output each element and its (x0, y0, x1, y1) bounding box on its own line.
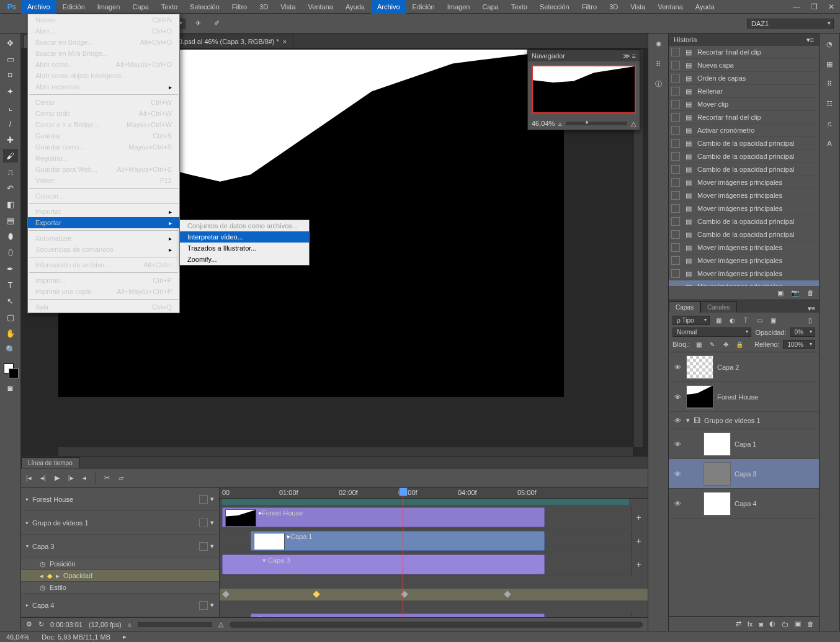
menu-archivo[interactable]: Archivo (371, 0, 406, 14)
history-item[interactable]: ▤Mover imágenes principales (669, 189, 819, 202)
menu-imagen[interactable]: Imagen (91, 0, 127, 14)
stopwatch-icon[interactable]: ◷ (40, 584, 46, 592)
menu-item[interactable]: Imprimir...Ctrl+P (28, 275, 179, 286)
brush-tool-icon[interactable]: 🖌 (3, 149, 18, 163)
history-item[interactable]: ▤Cambio de la opacidad principal (669, 228, 819, 241)
disclosure-icon[interactable]: ▾ (686, 416, 690, 424)
link-layers-icon[interactable]: ⇄ (736, 620, 741, 628)
disclosure-icon[interactable]: ▸ (26, 602, 29, 608)
tl-zoomin-icon[interactable]: △ (218, 620, 223, 628)
navigator-zoom-slider[interactable] (566, 122, 627, 125)
menu-capa[interactable]: Capa (476, 0, 504, 14)
tl-settings-icon[interactable]: ⚙ (26, 620, 32, 628)
clip-capa1[interactable]: ▸ Capa 1 (251, 531, 545, 551)
layer-row[interactable]: 👁Capa 4 (669, 489, 819, 519)
lock-pixels-icon[interactable]: ✎ (707, 339, 717, 349)
keyframe-row-opacidad[interactable] (220, 589, 648, 600)
hand-tool-icon[interactable]: ✋ (3, 326, 18, 340)
panel-menu-icon[interactable]: ▾≡ (804, 305, 819, 313)
menu-item[interactable]: Automatizar (28, 233, 179, 244)
navigator-thumbnail[interactable] (532, 65, 636, 114)
menu-vista[interactable]: Vista (274, 0, 302, 14)
menu-item[interactable]: Buscar en Mini Bridge... (28, 48, 179, 59)
airbrush-icon[interactable]: ✈ (192, 17, 204, 30)
panel-menu-icon[interactable]: ▾≡ (806, 36, 814, 44)
navigator-collapse-icon[interactable]: ≫ ≡ (623, 52, 636, 60)
history-checkbox[interactable] (671, 204, 680, 213)
lock-position-icon[interactable]: ✥ (721, 339, 731, 349)
layer-row[interactable]: 👁Capa 1 (669, 429, 819, 459)
playhead[interactable] (403, 488, 403, 617)
status-arrow-icon[interactable]: ▸ (123, 633, 127, 641)
panel-icon[interactable]: ☷ (823, 97, 836, 110)
clip-capa3[interactable]: ▾ Capa 3 (222, 555, 545, 574)
menu-3d[interactable]: 3D (253, 0, 274, 14)
history-checkbox[interactable] (671, 217, 680, 226)
visibility-icon[interactable]: 👁 (672, 440, 682, 448)
stamp-tool-icon[interactable]: ⎍ (3, 165, 18, 179)
history-item[interactable]: ▤Mover imágenes principales (669, 267, 819, 280)
history-checkbox[interactable] (671, 48, 680, 56)
history-item[interactable]: ▤Mover imágenes principales (669, 254, 819, 267)
add-media-button[interactable]: + (632, 530, 645, 552)
menu-ayuda[interactable]: Ayuda (689, 0, 721, 14)
history-item[interactable]: ▤Orden de capas (669, 72, 819, 85)
eyedropper-tool-icon[interactable]: / (3, 117, 18, 130)
menu-texto[interactable]: Texto (505, 0, 534, 14)
zoom-tool-icon[interactable]: 🔍 (3, 342, 18, 356)
history-item[interactable]: ▤Mover clip (669, 98, 819, 111)
crop-tool-icon[interactable]: ⌞ (3, 100, 18, 114)
clip-forest-house[interactable]: ▸ Forest House (222, 507, 545, 527)
transition-icon[interactable]: ▱ (118, 474, 123, 482)
marquee-tool-icon[interactable]: ▭ (3, 52, 18, 66)
menu-item[interactable]: Abrir recientes (28, 81, 179, 92)
filter-type-icon[interactable]: T (741, 315, 751, 325)
workspace-select[interactable]: DAZ1 (747, 19, 834, 29)
history-checkbox[interactable] (671, 178, 680, 187)
layer-thumbnail[interactable] (704, 462, 731, 486)
menu-item[interactable]: Información de archivo...Alt+Ctrl+I (28, 259, 179, 270)
add-media-button[interactable]: + (632, 612, 645, 617)
menu-ventana[interactable]: Ventana (302, 0, 339, 14)
layer-row[interactable]: 👁Capa 2 (669, 352, 819, 382)
track-menu-icon[interactable]: ▾ (210, 495, 214, 503)
disclosure-icon[interactable]: ▾ (26, 543, 29, 549)
track-opt-icon[interactable] (199, 601, 208, 610)
new-group-icon[interactable]: 🗀 (782, 620, 789, 628)
blend-mode-select[interactable]: Normal (672, 328, 751, 337)
eraser-tool-icon[interactable]: ◧ (3, 197, 18, 211)
quickmask-icon[interactable]: ◙ (3, 381, 18, 395)
menu-filtro[interactable]: Filtro (226, 0, 253, 14)
menu-item[interactable]: Buscar en Bridge...Alt+Ctrl+O (28, 37, 179, 48)
window-close-icon[interactable]: ✕ (823, 0, 840, 14)
tab-layers[interactable]: Capas (669, 301, 700, 313)
history-checkbox[interactable] (671, 100, 680, 109)
layer-opacity-select[interactable]: 0% (790, 328, 815, 337)
close-tab-icon[interactable]: × (283, 38, 287, 45)
history-item[interactable]: ▤Rellenar (669, 85, 819, 98)
layer-row[interactable]: 👁Capa 3 (669, 459, 819, 489)
move-tool-icon[interactable]: ✥ (3, 36, 18, 50)
visibility-icon[interactable]: 👁 (672, 470, 682, 478)
track-opt-icon[interactable] (199, 542, 208, 551)
new-layer-icon[interactable]: ▣ (795, 620, 801, 628)
add-media-button[interactable]: + (632, 553, 645, 576)
goto-pron-icon[interactable]: |◂ (26, 474, 32, 482)
zoom-in-icon[interactable]: △ (631, 120, 636, 128)
visibility-icon[interactable]: 👁 (672, 417, 682, 424)
visibility-icon[interactable]: 👁 (672, 393, 682, 401)
color-swatch[interactable] (2, 362, 19, 378)
layer-fx-icon[interactable]: fx (748, 620, 753, 628)
menu-item[interactable]: Abrir...Ctrl+O (28, 25, 179, 37)
menu-vista[interactable]: Vista (624, 0, 651, 14)
panel-icon[interactable]: ⎌ (823, 117, 836, 130)
menu-item[interactable]: Nuevo...Ctrl+N (28, 14, 179, 25)
split-clip-icon[interactable]: ✂ (104, 474, 110, 482)
timeline-track-header[interactable]: ▾Capa 3▾ (21, 535, 219, 558)
timeline-track-header[interactable]: ▸Grupo de vídeos 1▾ (21, 511, 219, 535)
menu-texto[interactable]: Texto (155, 0, 184, 14)
document-tab[interactable]: 000.psd al 46% (Capa 3, RGB/8#) *× (164, 35, 293, 48)
track-menu-icon[interactable]: ▾ (210, 542, 214, 550)
status-zoom[interactable]: 46,04% (6, 633, 29, 641)
history-checkbox[interactable] (671, 152, 680, 161)
